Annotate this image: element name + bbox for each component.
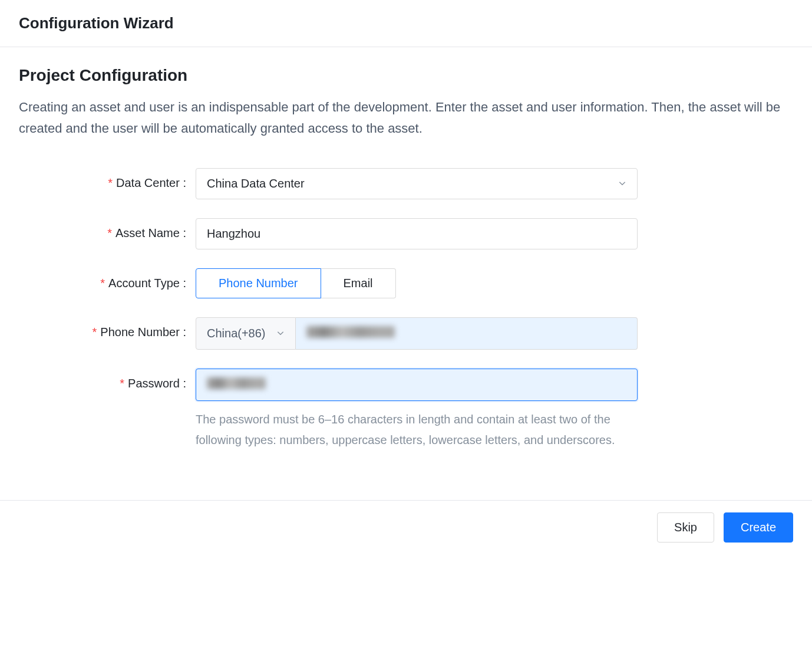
country-code-select[interactable]: China(+86) (196, 317, 296, 350)
asset-name-label: *Asset Name : (19, 218, 196, 240)
password-input[interactable] (196, 369, 638, 401)
account-type-group: Phone Number Email (196, 268, 638, 298)
required-mark: * (107, 226, 112, 239)
password-help-text: The password must be 6–16 characters in … (196, 409, 638, 451)
chevron-down-icon (618, 179, 626, 188)
account-type-row: *Account Type : Phone Number Email (19, 268, 793, 298)
password-label-text: Password : (128, 377, 186, 390)
account-type-email[interactable]: Email (321, 268, 396, 298)
redacted-password (207, 377, 266, 389)
required-mark: * (108, 176, 113, 189)
wizard-header: Configuration Wizard (0, 0, 812, 47)
account-type-label-text: Account Type : (108, 277, 186, 290)
asset-name-input[interactable] (196, 218, 638, 249)
asset-name-row: *Asset Name : (19, 218, 793, 249)
chevron-down-icon (276, 329, 285, 337)
data-center-row: *Data Center : China Data Center (19, 168, 793, 199)
wizard-footer: Skip Create (0, 500, 812, 554)
skip-button[interactable]: Skip (657, 512, 714, 543)
data-center-value: China Data Center (207, 177, 618, 190)
asset-name-label-text: Asset Name : (115, 226, 186, 239)
country-code-value: China(+86) (207, 327, 266, 340)
phone-number-row: *Phone Number : China(+86) (19, 317, 793, 350)
phone-number-label-text: Phone Number : (100, 326, 186, 338)
phone-group: China(+86) (196, 317, 638, 350)
redacted-phone (306, 326, 395, 338)
create-button[interactable]: Create (724, 512, 793, 543)
required-mark: * (100, 277, 105, 290)
password-row: *Password : The password must be 6–16 ch… (19, 369, 793, 451)
required-mark: * (93, 326, 97, 338)
section-description: Creating an asset and user is an indispe… (19, 97, 793, 140)
phone-number-input[interactable] (296, 317, 638, 350)
section-title: Project Configuration (19, 66, 793, 85)
wizard-main: Project Configuration Creating an asset … (0, 47, 812, 488)
required-mark: * (120, 377, 124, 390)
phone-number-label: *Phone Number : (19, 317, 196, 339)
data-center-select[interactable]: China Data Center (196, 168, 638, 199)
password-label: *Password : (19, 369, 196, 390)
data-center-label-text: Data Center : (116, 176, 186, 189)
data-center-label: *Data Center : (19, 168, 196, 190)
wizard-title: Configuration Wizard (19, 14, 793, 32)
account-type-phone[interactable]: Phone Number (196, 268, 321, 298)
account-type-label: *Account Type : (19, 268, 196, 290)
